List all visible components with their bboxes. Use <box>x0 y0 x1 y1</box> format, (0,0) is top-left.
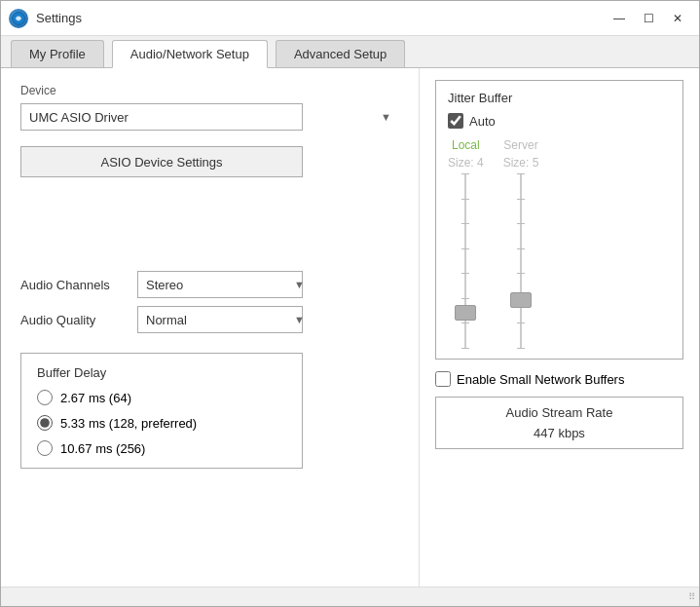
jitter-buffer-title: Jitter Buffer <box>448 91 671 105</box>
right-panel: Jitter Buffer Auto Local Size: 4 <box>420 68 699 587</box>
close-button[interactable]: ✕ <box>664 8 691 29</box>
server-slider-col: Server Size: 5 <box>503 138 539 349</box>
stream-rate-title: Audio Stream Rate <box>448 405 671 420</box>
buffer-option-0[interactable]: 2.67 ms (64) <box>37 390 286 405</box>
app-icon <box>9 9 28 28</box>
buffer-radio-0[interactable] <box>37 390 53 405</box>
stream-rate-value: 447 kbps <box>448 426 671 440</box>
tab-bar: My Profile Audio/Network Setup Advanced … <box>1 36 699 68</box>
server-slider-thumb[interactable] <box>510 292 532 308</box>
local-tick <box>461 248 469 249</box>
local-tick-group <box>458 173 473 349</box>
local-tick <box>461 298 469 299</box>
local-tick <box>461 348 469 349</box>
local-tick <box>461 173 469 174</box>
buffer-option-label-2: 10.67 ms (256) <box>60 441 145 456</box>
enable-small-row: Enable Small Network Buffers <box>435 371 683 387</box>
enable-small-checkbox[interactable] <box>435 371 451 387</box>
audio-channels-label: Audio Channels <box>20 278 137 292</box>
server-tick <box>517 199 525 200</box>
window-title: Settings <box>36 11 606 25</box>
buffer-delay-options: 2.67 ms (64) 5.33 ms (128, preferred) 10… <box>37 390 286 456</box>
maximize-button[interactable]: ☐ <box>635 8 662 29</box>
server-tick <box>517 322 525 323</box>
device-select-arrow: ▼ <box>381 111 391 123</box>
audio-quality-label: Audio Quality <box>20 313 137 327</box>
buffer-radio-2[interactable] <box>37 440 53 456</box>
tab-advanced-setup[interactable]: Advanced Setup <box>276 40 405 67</box>
status-bar: ⠿ <box>1 587 699 606</box>
enable-small-label: Enable Small Network Buffers <box>457 372 624 387</box>
local-slider-thumb[interactable] <box>455 305 476 321</box>
title-bar: Settings — ☐ ✕ <box>1 1 699 36</box>
device-select[interactable]: UMC ASIO Driver <box>20 103 303 131</box>
buffer-option-1[interactable]: 5.33 ms (128, preferred) <box>37 415 286 431</box>
server-slider-track[interactable] <box>513 173 529 349</box>
server-tick <box>517 173 525 174</box>
sliders-area: Local Size: 4 <box>448 138 671 349</box>
buffer-delay-box: Buffer Delay 2.67 ms (64) 5.33 ms (128, … <box>20 353 303 469</box>
local-tick <box>461 199 469 200</box>
local-tick <box>461 273 469 274</box>
server-tick <box>517 248 525 249</box>
buffer-option-label-0: 2.67 ms (64) <box>60 391 131 405</box>
main-content: Device UMC ASIO Driver ▼ ASIO Device Set… <box>1 68 699 587</box>
jitter-buffer-box: Jitter Buffer Auto Local Size: 4 <box>435 80 683 360</box>
auto-checkbox[interactable] <box>448 113 463 129</box>
audio-quality-select[interactable]: Normal <box>137 306 303 333</box>
audio-channels-select[interactable]: Stereo <box>137 271 303 298</box>
server-label: Server <box>503 138 537 152</box>
audio-stream-rate-box: Audio Stream Rate 447 kbps <box>435 397 683 449</box>
buffer-option-2[interactable]: 10.67 ms (256) <box>37 440 286 456</box>
minimize-button[interactable]: — <box>606 8 633 29</box>
buffer-delay-title: Buffer Delay <box>37 365 286 380</box>
auto-label: Auto <box>469 114 496 129</box>
server-tick-group <box>513 173 529 349</box>
tab-audio-network[interactable]: Audio/Network Setup <box>112 40 268 68</box>
local-slider-track[interactable] <box>458 173 473 349</box>
audio-quality-select-wrapper: Normal ▼ <box>137 306 313 333</box>
device-select-wrapper: UMC ASIO Driver ▼ <box>20 103 399 131</box>
local-tick <box>461 223 469 224</box>
local-size: Size: 4 <box>448 156 484 170</box>
audio-channels-select-wrapper: Stereo ▼ <box>137 271 313 298</box>
local-label: Local <box>452 138 480 152</box>
server-tick <box>517 273 525 274</box>
local-slider-col: Local Size: 4 <box>448 138 484 349</box>
tab-my-profile[interactable]: My Profile <box>11 40 104 67</box>
settings-window: Settings — ☐ ✕ My Profile Audio/Network … <box>0 0 700 607</box>
server-size: Size: 5 <box>503 156 539 170</box>
server-tick <box>517 223 525 224</box>
audio-settings-grid: Audio Channels Stereo ▼ Audio Quality No… <box>20 271 399 333</box>
buffer-radio-1[interactable] <box>37 415 53 431</box>
left-panel: Device UMC ASIO Driver ▼ ASIO Device Set… <box>1 68 420 587</box>
resize-grip[interactable]: ⠿ <box>688 591 695 602</box>
server-tick <box>517 348 525 349</box>
device-label: Device <box>20 84 399 97</box>
window-controls: — ☐ ✕ <box>606 8 691 29</box>
local-tick <box>461 322 469 323</box>
auto-row: Auto <box>448 113 671 129</box>
asio-settings-button[interactable]: ASIO Device Settings <box>20 146 303 177</box>
buffer-option-label-1: 5.33 ms (128, preferred) <box>60 416 197 431</box>
